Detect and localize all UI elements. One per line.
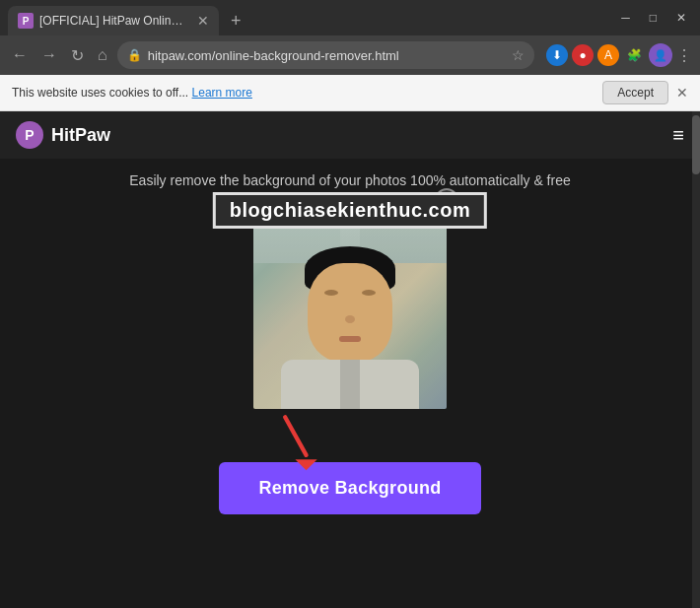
tab-title: [OFFICIAL] HitPaw Online Backgr... <box>39 14 187 28</box>
maximize-button[interactable]: □ <box>644 9 663 27</box>
browser-frame: P [OFFICIAL] HitPaw Online Backgr... ✕ +… <box>0 0 700 608</box>
back-button[interactable]: ← <box>8 42 32 68</box>
profile-avatar[interactable]: 👤 <box>649 43 672 67</box>
watermark-text: blogchiasekienthuc.com <box>213 192 487 229</box>
bookmark-icon[interactable]: ☆ <box>512 47 525 63</box>
main-content: blogchiasekienthuc.com P HitPaw ≡ Easily… <box>0 111 700 608</box>
forward-button[interactable]: → <box>37 42 61 68</box>
address-bar: ← → ↻ ⌂ 🔒 hitpaw.com/online-background-r… <box>0 35 700 75</box>
cookie-close-icon[interactable]: ✕ <box>676 85 688 101</box>
arrow-icon <box>253 413 342 472</box>
svg-line-0 <box>285 417 306 455</box>
home-button[interactable]: ⌂ <box>94 42 111 68</box>
hitpaw-brand-name: HitPaw <box>51 125 110 146</box>
title-bar: P [OFFICIAL] HitPaw Online Backgr... ✕ +… <box>0 0 700 35</box>
refresh-button[interactable]: ↻ <box>67 42 88 69</box>
tagline-text: Easily remove the background of your pho… <box>129 172 570 188</box>
extension-icons: ⬇ ● A 🧩 👤 ⋮ <box>546 43 692 67</box>
cookie-bar: This website uses cookies to off... Lear… <box>0 75 700 111</box>
learn-more-link[interactable]: Learn more <box>192 86 252 100</box>
window-close-button[interactable]: ✕ <box>670 9 692 27</box>
ext-download-icon[interactable]: ⬇ <box>546 44 568 66</box>
svg-marker-1 <box>295 459 316 470</box>
window-controls: ─ □ ✕ <box>615 9 692 27</box>
address-input[interactable]: 🔒 hitpaw.com/online-background-remover.h… <box>117 41 534 69</box>
tab-close-icon[interactable]: ✕ <box>197 13 209 29</box>
new-tab-button[interactable]: + <box>227 7 245 35</box>
accept-button[interactable]: Accept <box>602 81 668 104</box>
uploaded-image-wrapper: ✕ <box>253 200 447 409</box>
active-tab[interactable]: P [OFFICIAL] HitPaw Online Backgr... ✕ <box>8 6 219 35</box>
ext-puzzle-icon[interactable]: 🧩 <box>623 44 645 66</box>
cookie-text: This website uses cookies to off... Lear… <box>12 86 595 100</box>
hitpaw-header: P HitPaw ≡ <box>0 111 700 159</box>
hitpaw-logo-icon: P <box>16 121 43 149</box>
arrow-container <box>253 413 447 472</box>
lock-icon: 🔒 <box>127 48 142 62</box>
page-scrollbar[interactable] <box>692 111 700 608</box>
tab-favicon: P <box>18 13 34 29</box>
scrollbar-thumb[interactable] <box>692 115 700 174</box>
tab-bar: P [OFFICIAL] HitPaw Online Backgr... ✕ + <box>8 0 615 35</box>
ext-orange-icon[interactable]: A <box>597 44 619 66</box>
browser-menu-button[interactable]: ⋮ <box>676 46 692 65</box>
minimize-button[interactable]: ─ <box>615 9 636 27</box>
url-text: hitpaw.com/online-background-remover.htm… <box>148 48 506 63</box>
cookie-message: This website uses cookies to off... <box>12 86 188 100</box>
ext-red-icon[interactable]: ● <box>572 44 594 66</box>
hitpaw-logo: P HitPaw <box>16 121 110 149</box>
uploaded-photo <box>253 200 447 409</box>
watermark-overlay: blogchiasekienthuc.com <box>213 192 487 229</box>
hamburger-menu-button[interactable]: ≡ <box>672 124 684 147</box>
